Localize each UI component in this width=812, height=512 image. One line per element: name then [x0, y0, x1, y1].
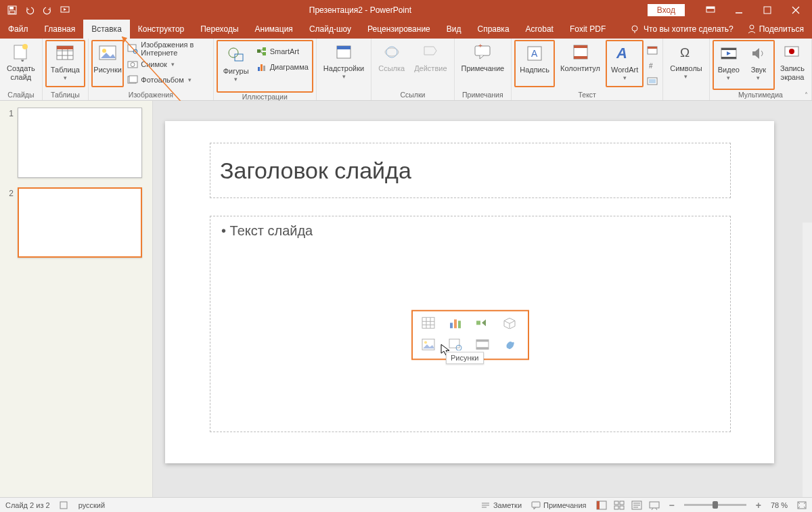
- tab-acrobat[interactable]: Acrobat: [518, 20, 562, 39]
- smartart-button[interactable]: SmartArt: [254, 44, 311, 59]
- zoom-slider[interactable]: [684, 504, 746, 506]
- date-icon: [647, 45, 658, 55]
- body-text: • Текст слайда: [221, 223, 719, 239]
- photo-album-button[interactable]: Фотоальбом▾: [125, 72, 210, 87]
- tellme-search[interactable]: Что вы хотите сделать?: [630, 24, 734, 34]
- reading-view-icon[interactable]: [631, 501, 642, 510]
- svg-point-14: [22, 44, 28, 49]
- tab-home[interactable]: Главная: [37, 20, 84, 39]
- slidenum-button[interactable]: #: [645, 58, 660, 73]
- video-button[interactable]: Видео ▾: [714, 41, 744, 89]
- svg-rect-95: [650, 502, 659, 508]
- notes-button[interactable]: Заметки: [481, 501, 522, 509]
- svg-rect-89: [614, 506, 618, 509]
- insert-3dmodel-icon[interactable]: [501, 315, 518, 330]
- svg-rect-29: [129, 76, 137, 83]
- startshow-icon[interactable]: [57, 2, 73, 18]
- save-icon[interactable]: [4, 2, 20, 18]
- svg-point-30: [229, 48, 238, 57]
- tab-help[interactable]: Справка: [469, 20, 517, 39]
- comment-icon: +: [472, 41, 493, 63]
- table-icon: [54, 43, 76, 64]
- svg-rect-80: [60, 502, 67, 509]
- tab-design[interactable]: Конструктор: [130, 20, 192, 39]
- screenshot-button[interactable]: Снимок▾: [125, 57, 210, 72]
- body-placeholder[interactable]: • Текст слайда Рисунки: [210, 216, 731, 432]
- tab-foxit[interactable]: Foxit PDF: [562, 20, 614, 39]
- group-slides-label: Слайды: [3, 91, 39, 99]
- tab-view[interactable]: Вид: [438, 20, 470, 39]
- slide-thumbnails-panel: 1 2: [0, 101, 153, 497]
- svg-text:A: A: [616, 45, 627, 62]
- headerfooter-button[interactable]: Колонтитул: [556, 40, 604, 87]
- svg-rect-87: [614, 501, 618, 505]
- online-pictures-button[interactable]: Изображения в Интернете: [125, 41, 210, 56]
- svg-rect-70: [454, 319, 457, 328]
- svg-rect-79: [476, 347, 489, 349]
- tab-file[interactable]: Файл: [0, 20, 37, 39]
- slide-thumbnail-2[interactable]: [18, 187, 142, 258]
- headerfooter-icon: [570, 41, 591, 63]
- pictures-button[interactable]: Рисунки: [91, 40, 124, 87]
- sorter-view-icon[interactable]: [614, 501, 625, 510]
- zoom-out-button[interactable]: −: [669, 500, 675, 511]
- slideshow-view-icon[interactable]: [649, 501, 660, 510]
- language-indicator[interactable]: русский: [78, 501, 105, 509]
- screen-recording-button[interactable]: Запись экрана: [776, 40, 809, 87]
- textbox-button[interactable]: A Надпись: [514, 40, 555, 87]
- svg-rect-72: [476, 321, 480, 325]
- addins-button[interactable]: Надстройки ▾: [319, 40, 368, 87]
- share-button[interactable]: Поделиться: [747, 24, 804, 34]
- collapse-ribbon-icon[interactable]: ˄: [805, 91, 808, 99]
- title-placeholder[interactable]: Заголовок слайда: [210, 143, 731, 198]
- tab-animation[interactable]: Анимация: [247, 20, 301, 39]
- ribbon-display-icon[interactable]: [697, 1, 724, 20]
- shapes-button[interactable]: Фигуры ▾: [219, 43, 253, 90]
- comments-button[interactable]: Примечания: [531, 501, 587, 509]
- maximize-icon[interactable]: [754, 1, 781, 20]
- table-button[interactable]: Таблица ▾: [45, 40, 85, 87]
- insert-icon-icon[interactable]: [501, 337, 518, 352]
- vertical-scrollbar[interactable]: [803, 223, 812, 512]
- comment-small-icon: [531, 501, 541, 509]
- tab-review[interactable]: Рецензирование: [359, 20, 438, 39]
- new-slide-button[interactable]: ▾ Создать слайд: [3, 40, 39, 87]
- tab-transitions[interactable]: Переходы: [192, 20, 246, 39]
- fit-window-icon[interactable]: [797, 501, 807, 509]
- slide-canvas[interactable]: Заголовок слайда • Текст слайда: [165, 121, 774, 463]
- tab-insert[interactable]: Вставка: [83, 20, 130, 39]
- insert-table-icon[interactable]: [420, 315, 437, 330]
- slide-thumbnail-1[interactable]: [18, 108, 142, 178]
- normal-view-icon[interactable]: [596, 501, 607, 510]
- zoom-in-button[interactable]: +: [756, 500, 761, 511]
- svg-rect-33: [263, 47, 266, 51]
- audio-button[interactable]: Звук ▾: [744, 41, 773, 89]
- svg-point-12: [750, 25, 754, 29]
- svg-rect-49: [574, 45, 587, 48]
- date-button[interactable]: [645, 43, 660, 57]
- insert-smartart-icon[interactable]: [474, 315, 491, 330]
- minimize-icon[interactable]: [725, 1, 752, 20]
- svg-text:▾: ▾: [21, 57, 24, 62]
- object-button[interactable]: [645, 74, 660, 89]
- redo-icon[interactable]: [39, 2, 55, 18]
- zoom-level[interactable]: 78 %: [771, 501, 788, 509]
- spellcheck-icon[interactable]: [60, 501, 69, 509]
- speaker-icon: [748, 43, 769, 64]
- undo-icon[interactable]: [22, 2, 38, 18]
- chart-button[interactable]: Диаграмма: [254, 60, 311, 74]
- object-icon: [647, 76, 658, 87]
- svg-rect-37: [258, 67, 260, 71]
- svg-text:+: +: [478, 44, 482, 49]
- slide-indicator: Слайд 2 из 2: [5, 501, 50, 509]
- tab-slideshow[interactable]: Слайд-шоу: [301, 20, 359, 39]
- lightbulb-icon: [630, 24, 639, 34]
- signin-button[interactable]: Вход: [648, 4, 685, 16]
- insert-chart-icon[interactable]: [447, 315, 464, 330]
- comment-button[interactable]: + Примечание: [457, 40, 509, 87]
- wordart-button[interactable]: A WordArt ▾: [606, 40, 644, 87]
- insert-video-icon[interactable]: [474, 337, 491, 352]
- insert-picture-icon[interactable]: [420, 337, 437, 352]
- close-icon[interactable]: [782, 1, 809, 20]
- symbols-button[interactable]: Ω Символы ▾: [666, 40, 706, 87]
